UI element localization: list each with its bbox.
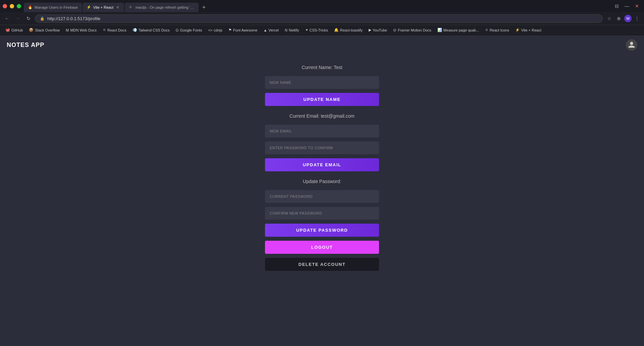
update-name-button[interactable]: UPDATE NAME (265, 93, 379, 106)
github-icon: 🐙 (5, 28, 10, 32)
bookmark-stackoverflow[interactable]: 📦 Stack Overflow (26, 27, 62, 33)
tab-favicon-1: 🔥 (28, 5, 33, 10)
update-password-button[interactable]: UPDATE PASSWORD (265, 224, 379, 237)
stackoverflow-icon: 📦 (29, 28, 34, 32)
cdnjs-icon: <> (208, 28, 212, 32)
delete-account-button[interactable]: DELETE ACCOUNT (265, 258, 379, 271)
user-profile-button[interactable] (626, 39, 637, 51)
vite-react-icon: ⚡ (515, 28, 520, 32)
bookmark-measure-page[interactable]: 📊 Measure page quali... (435, 27, 482, 33)
bookmark-react-toastify[interactable]: 🔔 React-toastify (331, 27, 365, 33)
tailwind-icon: 💨 (132, 28, 137, 32)
app-container: NOTES APP Current Name: Test UPDATE NAME… (0, 35, 644, 346)
font-awesome-icon: ⚑ (228, 28, 232, 32)
app-header: NOTES APP (0, 35, 644, 55)
email-section: Current Email: test@gmail.com (265, 112, 379, 119)
browser-tab-vite-react[interactable]: ⚡ Vite + React ✕ (83, 3, 124, 12)
minimize-window-btn[interactable] (10, 4, 14, 8)
maximize-window-btn[interactable] (17, 4, 21, 8)
bookmark-github[interactable]: 🐙 GitHub (3, 27, 25, 33)
update-password-label: Update Password: (265, 179, 379, 184)
restore-down-btn[interactable]: ⊟ (612, 2, 621, 10)
extensions-btn[interactable]: ⊕ (614, 14, 623, 23)
tab-favicon-2: ⚡ (87, 5, 91, 10)
back-button[interactable]: ← (3, 14, 11, 23)
browser-chrome: 🔥 Manage Users in Firebase ⚡ Vite + Reac… (0, 0, 644, 35)
confirm-password-for-email-input[interactable] (265, 141, 379, 154)
close-window-btn[interactable] (3, 4, 7, 8)
netlify-icon: N (285, 28, 287, 32)
current-email-label: Current Email: test@gmail.com (265, 113, 379, 119)
profile-form: Current Name: Test UPDATE NAME Current E… (258, 61, 386, 271)
mdn-icon: M (66, 28, 69, 32)
name-section: Current Name: Test (265, 63, 379, 70)
youtube-icon: ▶ (369, 28, 371, 32)
tab-title-3: reactjs - On page refresh getting '404'.… (136, 5, 195, 9)
toastify-icon: 🔔 (334, 28, 339, 32)
bookmark-google-fonts[interactable]: G Google Fonts (173, 27, 205, 33)
framer-icon: ◎ (393, 28, 396, 32)
password-section: Update Password: (265, 177, 379, 184)
browser-tab-reactjs[interactable]: ⚛ reactjs - On page refresh getting '404… (125, 3, 199, 12)
confirm-new-password-input[interactable] (265, 207, 379, 220)
minimize-btn[interactable]: ― (623, 2, 631, 10)
current-name-label: Current Name: Test (265, 65, 379, 70)
react-docs-icon: ⚛ (103, 28, 106, 32)
bookmark-cdnjs[interactable]: <> cdnjs (205, 27, 225, 33)
user-avatar-icon (628, 41, 635, 49)
tab-title-2: Vite + React (93, 5, 113, 9)
logout-button[interactable]: LOGOUT (265, 241, 379, 254)
bookmark-css-tricks[interactable]: ✦ CSS-Tricks (303, 27, 331, 33)
forward-button[interactable]: → (13, 14, 22, 23)
refresh-button[interactable]: ↻ (24, 14, 33, 23)
current-password-input[interactable] (265, 190, 379, 203)
bookmarks-bar: 🐙 GitHub 📦 Stack Overflow M MDN Web Docs… (0, 25, 644, 35)
new-email-input[interactable] (265, 125, 379, 137)
vercel-icon: ▲ (264, 28, 267, 32)
menu-btn[interactable]: ⋮ (633, 14, 641, 23)
css-tricks-icon: ✦ (305, 28, 308, 32)
bookmark-vite-react[interactable]: ⚡ Vite + React (513, 27, 544, 33)
tab-favicon-3: ⚛ (129, 5, 133, 10)
new-name-input[interactable] (265, 76, 379, 89)
address-bar-row: ← → ↻ 🔒 http://127.0.0.1:5173/profile ☆ … (0, 12, 644, 25)
bookmark-react-docs[interactable]: ⚛ React Docs (100, 27, 129, 33)
tab-close-btn[interactable]: ✕ (115, 4, 120, 10)
lock-icon: 🔒 (40, 16, 45, 21)
google-fonts-icon: G (176, 28, 179, 32)
react-icons-icon: ⚛ (485, 28, 488, 32)
app-title: NOTES APP (7, 42, 44, 49)
window-controls (0, 2, 24, 10)
address-text: http://127.0.0.1:5173/profile (47, 16, 100, 21)
bookmarks-btn[interactable]: ☆ (605, 14, 613, 23)
bookmark-tailwind[interactable]: 💨 Tailwind CSS Docs (130, 27, 172, 33)
profile-btn[interactable]: M (624, 15, 632, 22)
bookmark-react-icons[interactable]: ⚛ React Icons (482, 27, 512, 33)
close-btn[interactable]: ✕ (633, 2, 641, 10)
bookmark-netlify[interactable]: N Netlify (282, 27, 302, 33)
browser-tab-manage-users[interactable]: 🔥 Manage Users in Firebase (24, 3, 82, 12)
measure-icon: 📊 (437, 28, 442, 32)
update-email-button[interactable]: UPDATE EMAIL (265, 158, 379, 171)
bookmark-youtube[interactable]: ▶ YouTube (366, 27, 390, 33)
tab-title-1: Manage Users in Firebase (35, 5, 78, 9)
address-bar[interactable]: 🔒 http://127.0.0.1:5173/profile (35, 14, 603, 23)
bookmark-font-awesome[interactable]: ⚑ Font Awesome (226, 27, 260, 33)
bookmark-mdn[interactable]: M MDN Web Docs (63, 27, 99, 33)
bookmark-framer-motion[interactable]: ◎ Framer Motion Docs (390, 27, 434, 33)
bookmark-vercel[interactable]: ▲ Vercel (261, 27, 281, 33)
new-tab-button[interactable]: + (199, 3, 209, 12)
